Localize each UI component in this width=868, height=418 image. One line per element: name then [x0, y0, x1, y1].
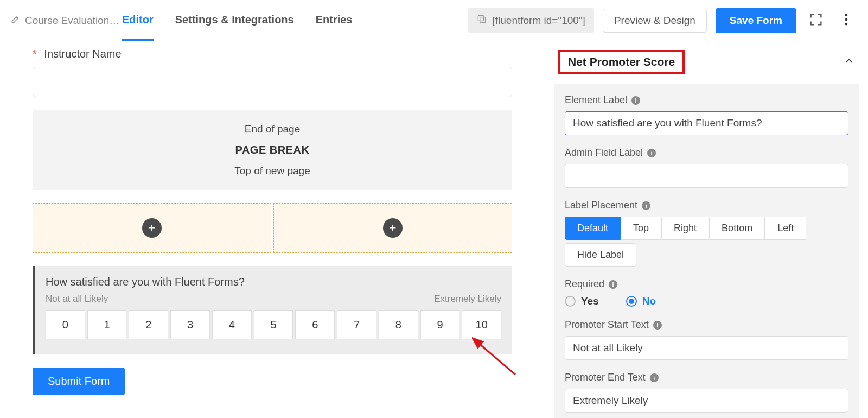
svg-rect-0 [480, 17, 485, 23]
info-icon[interactable]: i [647, 149, 656, 157]
nps-question: How satisfied are you with Fluent Forms? [46, 276, 501, 288]
placement-hide[interactable]: Hide Label [565, 243, 636, 267]
placement-right[interactable]: Right [661, 217, 709, 240]
required-mark: * [33, 48, 37, 60]
nps-scale: 0 1 2 3 4 5 6 7 8 9 10 [46, 310, 501, 339]
nps-block[interactable]: How satisfied are you with Fluent Forms?… [33, 266, 512, 354]
radio-icon [565, 296, 576, 307]
info-icon[interactable]: i [642, 201, 650, 210]
admin-label-input[interactable] [565, 164, 848, 188]
info-icon[interactable]: i [653, 321, 662, 330]
placement-top[interactable]: Top [621, 217, 661, 240]
topbar: Course Evaluation… Editor Settings & Int… [0, 0, 868, 41]
fullscreen-button[interactable] [805, 9, 827, 32]
instructor-input[interactable] [33, 67, 512, 97]
drop-cell-right[interactable]: + [273, 203, 512, 253]
nps-cell[interactable]: 0 [46, 310, 85, 339]
more-vertical-icon [839, 12, 854, 27]
element-label-input[interactable] [565, 111, 848, 135]
tab-entries[interactable]: Entries [316, 0, 353, 41]
submit-button[interactable]: Submit Form [33, 368, 125, 395]
promoter-end-input[interactable] [565, 389, 848, 413]
nps-end-label: Extremely Likely [434, 294, 501, 305]
info-icon[interactable]: i [631, 96, 640, 105]
nps-cell[interactable]: 3 [170, 310, 210, 339]
shortcode-box[interactable]: [fluentform id="100"] [468, 8, 594, 33]
nps-cell[interactable]: 7 [337, 310, 376, 339]
shortcode-text: [fluentform id="100"] [493, 15, 585, 27]
nps-cell[interactable]: 1 [87, 310, 127, 339]
add-field-button-left[interactable]: + [142, 218, 162, 238]
nps-cell[interactable]: 8 [379, 310, 418, 339]
element-label-label: Element Label [565, 94, 627, 106]
page-break[interactable]: End of page PAGE BREAK Top of new page [33, 110, 512, 190]
tab-settings[interactable]: Settings & Integrations [175, 0, 294, 41]
svg-point-3 [845, 18, 848, 21]
placement-left[interactable]: Left [765, 217, 806, 240]
topbar-right: [fluentform id="100"] Preview & Design S… [468, 8, 858, 33]
add-field-button-right[interactable]: + [383, 218, 403, 238]
nps-cell[interactable]: 4 [212, 310, 252, 339]
preview-button[interactable]: Preview & Design [603, 9, 707, 33]
instructor-label: Instructor Name [44, 48, 121, 60]
page-break-line-left [49, 150, 227, 150]
tabs: Editor Settings & Integrations Entries [122, 0, 353, 41]
radio-icon [626, 296, 637, 307]
sidebar-title: Net Promoter Score [568, 55, 675, 68]
label-placement-label: Label Placement [565, 200, 637, 211]
form-name-text: Course Evaluation… [25, 15, 119, 27]
settings-sidebar: Net Promoter Score Element Label i Admin… [545, 41, 868, 418]
promoter-end-label: Promoter End Text [565, 372, 646, 383]
nps-cell[interactable]: 5 [254, 310, 293, 339]
info-icon[interactable]: i [609, 280, 617, 289]
placement-bottom[interactable]: Bottom [709, 217, 765, 240]
admin-label-label: Admin Field Label [565, 147, 643, 159]
nps-start-label: Not at all Likely [46, 294, 108, 305]
nps-cell[interactable]: 10 [462, 310, 501, 339]
required-yes[interactable]: Yes [565, 295, 599, 307]
form-canvas: * Instructor Name End of page PAGE BREAK… [0, 41, 545, 418]
svg-rect-1 [478, 15, 483, 21]
fullscreen-icon [808, 12, 824, 27]
sidebar-title-highlight: Net Promoter Score [558, 50, 685, 74]
required-no[interactable]: No [626, 295, 656, 307]
pencil-icon [11, 14, 21, 27]
placement-default[interactable]: Default [565, 217, 621, 240]
nps-cell[interactable]: 2 [129, 310, 168, 339]
svg-point-2 [845, 14, 848, 17]
page-break-bot: Top of new page [49, 160, 496, 177]
tab-editor[interactable]: Editor [122, 0, 154, 41]
collapse-toggle[interactable] [843, 55, 855, 69]
svg-point-4 [845, 23, 848, 26]
drop-cell-left[interactable]: + [33, 203, 271, 253]
required-label: Required [565, 278, 604, 290]
chevron-up-icon [843, 55, 855, 67]
form-name[interactable]: Course Evaluation… [11, 14, 122, 27]
copy-icon [476, 14, 487, 27]
drop-row: + + [33, 203, 512, 253]
more-button[interactable] [835, 9, 857, 32]
info-icon[interactable]: i [650, 373, 659, 382]
page-break-top: End of page [49, 123, 496, 141]
promoter-start-input[interactable] [565, 336, 848, 360]
nps-cell[interactable]: 9 [420, 310, 460, 339]
field-instructor-name[interactable]: * Instructor Name [33, 48, 512, 97]
nps-cell[interactable]: 6 [295, 310, 335, 339]
label-placement-group: Default Top Right Bottom Left Hide Label [565, 217, 848, 267]
promoter-start-label: Promoter Start Text [565, 319, 649, 331]
page-break-mid: PAGE BREAK [235, 144, 310, 156]
page-break-line-right [318, 150, 496, 150]
save-button[interactable]: Save Form [716, 8, 796, 33]
